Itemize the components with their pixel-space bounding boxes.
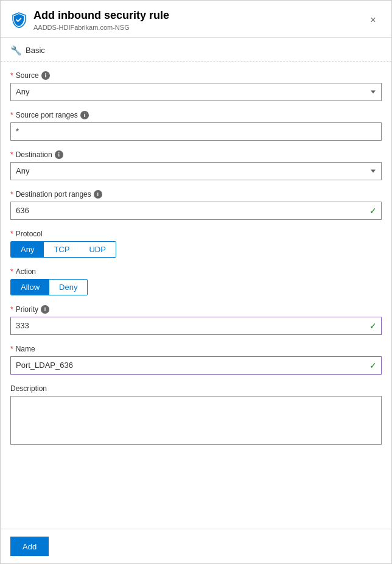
- source-port-required-star: *: [10, 111, 13, 119]
- protocol-any-button[interactable]: Any: [11, 242, 44, 257]
- name-group: * Name ✓: [10, 345, 382, 375]
- dialog-body: * Source i Any IP Addresses Service Tag …: [1, 62, 391, 529]
- source-label: * Source i: [10, 71, 382, 80]
- protocol-tcp-button[interactable]: TCP: [44, 242, 79, 257]
- protocol-udp-button[interactable]: UDP: [79, 242, 115, 257]
- priority-checkmark: ✓: [369, 321, 377, 331]
- action-required-star: *: [10, 267, 13, 276]
- destination-label: * Destination i: [10, 150, 382, 159]
- priority-input[interactable]: [10, 317, 382, 335]
- source-port-group: * Source port ranges i: [10, 111, 382, 141]
- section-header: 🔧 Basic: [1, 38, 391, 62]
- destination-select-wrapper: Any IP Addresses Service Tag Application…: [10, 162, 382, 180]
- description-group: Description: [10, 384, 382, 446]
- dest-port-input-wrapper: ✓: [10, 202, 382, 220]
- description-label: Description: [10, 384, 382, 393]
- priority-input-wrapper: ✓: [10, 317, 382, 335]
- destination-group: * Destination i Any IP Addresses Service…: [10, 150, 382, 180]
- dest-port-label: * Destination port ranges i: [10, 190, 382, 199]
- name-input[interactable]: [10, 356, 382, 375]
- priority-label: * Priority i: [10, 305, 382, 314]
- close-button[interactable]: ×: [365, 12, 382, 29]
- source-select[interactable]: Any IP Addresses Service Tag Application…: [10, 83, 382, 101]
- action-allow-button[interactable]: Allow: [11, 280, 49, 295]
- source-group: * Source i Any IP Addresses Service Tag …: [10, 71, 382, 101]
- protocol-label: * Protocol: [10, 230, 382, 238]
- destination-required-star: *: [10, 150, 13, 159]
- name-required-star: *: [10, 345, 13, 353]
- add-inbound-rule-dialog: Add inbound security rule AADDS-HDIFabri…: [0, 0, 392, 564]
- priority-info-icon[interactable]: i: [41, 305, 49, 314]
- description-textarea[interactable]: [10, 396, 382, 445]
- source-required-star: *: [10, 71, 13, 80]
- dialog-footer: Add: [1, 529, 391, 563]
- name-checkmark: ✓: [369, 361, 377, 370]
- priority-group: * Priority i ✓: [10, 305, 382, 335]
- protocol-toggle: Any TCP UDP: [10, 241, 116, 258]
- action-group: * Action Allow Deny: [10, 267, 382, 295]
- source-port-label: * Source port ranges i: [10, 111, 382, 119]
- action-deny-button[interactable]: Deny: [49, 280, 87, 295]
- destination-info-icon[interactable]: i: [55, 150, 63, 159]
- add-button[interactable]: Add: [10, 537, 49, 556]
- priority-required-star: *: [10, 305, 13, 314]
- source-port-info-icon[interactable]: i: [80, 111, 89, 119]
- wrench-icon: 🔧: [10, 45, 22, 56]
- dest-port-checkmark: ✓: [369, 206, 377, 216]
- action-label: * Action: [10, 267, 382, 276]
- source-info-icon[interactable]: i: [41, 71, 50, 80]
- dialog-header: Add inbound security rule AADDS-HDIFabri…: [1, 1, 391, 38]
- section-label: Basic: [26, 46, 45, 55]
- dest-port-group: * Destination port ranges i ✓: [10, 190, 382, 220]
- source-port-input[interactable]: [10, 122, 382, 141]
- protocol-required-star: *: [10, 230, 13, 238]
- dest-port-required-star: *: [10, 190, 13, 199]
- dialog-subtitle: AADDS-HDIFabrikam.com-NSG: [33, 24, 365, 31]
- protocol-group: * Protocol Any TCP UDP: [10, 230, 382, 258]
- header-text: Add inbound security rule AADDS-HDIFabri…: [33, 9, 365, 31]
- name-label: * Name: [10, 345, 382, 353]
- destination-select[interactable]: Any IP Addresses Service Tag Application…: [10, 162, 382, 180]
- dest-port-info-icon[interactable]: i: [94, 190, 102, 199]
- source-select-wrapper: Any IP Addresses Service Tag Application…: [10, 83, 382, 101]
- name-input-wrapper: ✓: [10, 356, 382, 375]
- dest-port-input[interactable]: [10, 202, 382, 220]
- shield-icon: [10, 12, 27, 29]
- dialog-title: Add inbound security rule: [33, 9, 365, 23]
- action-toggle: Allow Deny: [10, 279, 88, 295]
